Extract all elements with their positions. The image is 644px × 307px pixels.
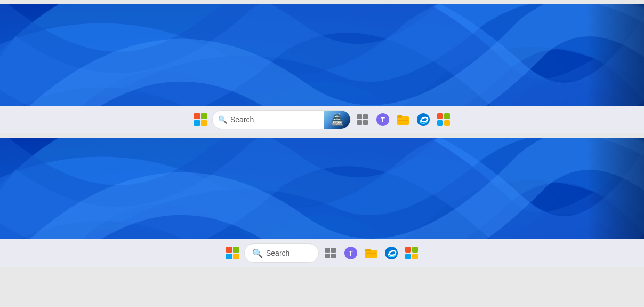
lighthouse-icon-top: 🏯 bbox=[331, 113, 344, 126]
search-icon-bottom: 🔍 bbox=[252, 248, 263, 258]
search-icon-top: 🔍 bbox=[218, 115, 227, 124]
lighthouse-preview-top: 🏯 bbox=[324, 111, 350, 129]
search-bar-bottom[interactable]: 🔍 Search bbox=[244, 243, 319, 263]
svg-rect-14 bbox=[437, 120, 443, 126]
top-taskbar: 🔍 Search 🏯 T bbox=[0, 106, 644, 133]
svg-rect-29 bbox=[412, 247, 418, 253]
bottom-wallpaper bbox=[0, 138, 644, 239]
teams-button-bottom[interactable]: T bbox=[342, 245, 359, 262]
svg-rect-9 bbox=[397, 115, 402, 118]
task-view-button-bottom[interactable] bbox=[322, 245, 339, 262]
svg-rect-3 bbox=[363, 114, 368, 119]
bottom-screen: 🔍 Search T bbox=[0, 138, 644, 267]
edge-button-bottom[interactable] bbox=[383, 245, 400, 262]
svg-rect-13 bbox=[444, 113, 450, 119]
store-button-top[interactable] bbox=[435, 111, 452, 128]
explorer-button-top[interactable] bbox=[395, 111, 412, 128]
svg-text:T: T bbox=[381, 116, 385, 124]
svg-rect-21 bbox=[331, 254, 336, 258]
svg-rect-25 bbox=[365, 249, 371, 251]
svg-text:T: T bbox=[349, 249, 353, 257]
svg-rect-18 bbox=[325, 248, 330, 253]
svg-rect-5 bbox=[363, 120, 368, 125]
svg-rect-1 bbox=[586, 4, 644, 106]
edge-button-top[interactable] bbox=[415, 111, 432, 128]
svg-rect-2 bbox=[357, 114, 362, 119]
windows-logo-button-bottom[interactable] bbox=[224, 245, 241, 262]
svg-rect-30 bbox=[405, 254, 411, 259]
svg-rect-10 bbox=[398, 120, 408, 121]
task-view-button-top[interactable] bbox=[354, 111, 371, 128]
svg-rect-12 bbox=[437, 113, 443, 119]
svg-rect-19 bbox=[331, 248, 336, 253]
svg-rect-28 bbox=[405, 247, 411, 253]
svg-rect-15 bbox=[444, 120, 450, 126]
bottom-taskbar: 🔍 Search T bbox=[0, 239, 644, 267]
svg-rect-20 bbox=[325, 254, 330, 258]
store-button-bottom[interactable] bbox=[403, 245, 420, 262]
search-bar-top[interactable]: 🔍 Search 🏯 bbox=[212, 110, 351, 129]
svg-rect-4 bbox=[357, 120, 362, 125]
search-label-bottom: Search bbox=[266, 249, 289, 257]
teams-button-top[interactable]: T bbox=[374, 111, 391, 128]
top-screen: 🔍 Search 🏯 T bbox=[0, 4, 644, 133]
svg-rect-17 bbox=[586, 138, 644, 239]
svg-rect-26 bbox=[366, 253, 376, 254]
explorer-button-bottom[interactable] bbox=[363, 245, 380, 262]
windows-logo-button-top[interactable] bbox=[192, 111, 209, 128]
top-wallpaper bbox=[0, 4, 644, 106]
svg-rect-31 bbox=[412, 254, 418, 259]
